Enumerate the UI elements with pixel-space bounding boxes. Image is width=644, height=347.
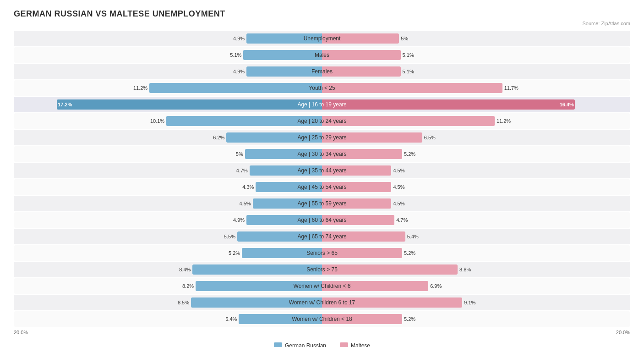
bar-right xyxy=(322,281,428,291)
bar-left xyxy=(226,132,322,143)
value-left: 11.2% xyxy=(133,85,147,91)
value-right: 5.4% xyxy=(407,234,419,239)
value-left: 4.5% xyxy=(240,201,251,206)
row-wrapper: 4.3%4.5%Age | 45 to 54 years xyxy=(14,179,630,195)
bar-left xyxy=(149,83,322,93)
bar-right xyxy=(322,198,391,209)
bar-left xyxy=(250,165,322,176)
row-wrapper: 5.2%5.2%Seniors > 65 xyxy=(14,245,630,261)
chart-title: GERMAN RUSSIAN VS MALTESE UNEMPLOYMENT xyxy=(14,9,630,19)
value-right: 11.7% xyxy=(504,85,518,91)
bar-right xyxy=(322,182,391,192)
value-right: 5.2% xyxy=(404,316,415,322)
bar-right xyxy=(322,66,401,77)
source-label: Source: ZipAtlas.com xyxy=(14,21,630,26)
bar-left xyxy=(196,281,322,291)
bar-right xyxy=(322,116,495,126)
bar-right xyxy=(322,231,405,242)
value-right: 6.5% xyxy=(424,135,436,140)
row-wrapper: 4.7%4.5%Age | 35 to 44 years xyxy=(14,163,630,178)
bar-left xyxy=(57,99,322,110)
value-right: 4.5% xyxy=(393,168,404,173)
value-left: 5.2% xyxy=(229,250,240,256)
bar-right xyxy=(322,165,391,176)
bar-right xyxy=(322,314,402,324)
legend-box-maltese xyxy=(340,342,348,347)
legend: German Russian Maltese xyxy=(14,342,630,347)
legend-label-maltese: Maltese xyxy=(351,342,370,347)
row-wrapper: 10.1%11.2%Age | 20 to 24 years xyxy=(14,113,630,129)
value-left: 8.2% xyxy=(182,283,194,289)
row-wrapper: 8.5%9.1%Women w/ Children 6 to 17 xyxy=(14,295,630,310)
row-wrapper: 17.2%16.4%Age | 16 to 19 years xyxy=(14,97,630,112)
bar-right xyxy=(322,215,394,225)
row-wrapper: 5.5%5.4%Age | 65 to 74 years xyxy=(14,229,630,244)
row-wrapper: 11.2%11.7%Youth < 25 xyxy=(14,80,630,96)
value-left: 17.2% xyxy=(58,102,72,107)
chart-area: 4.9%5%Unemployment5.1%5.1%Males4.9%5.1%F… xyxy=(14,31,630,337)
legend-label-german: German Russian xyxy=(285,342,326,347)
bar-right xyxy=(322,83,502,93)
value-right: 5% xyxy=(401,36,408,41)
bar-left xyxy=(245,149,322,159)
x-axis: 20.0% 20.0% xyxy=(14,328,630,337)
x-axis-right: 20.0% xyxy=(616,330,630,335)
legend-box-german xyxy=(274,342,282,347)
value-right: 16.4% xyxy=(560,102,574,107)
bar-right xyxy=(322,50,401,60)
row-wrapper: 8.2%6.9%Women w/ Children < 6 xyxy=(14,278,630,294)
row-wrapper: 5%5.2%Age | 30 to 34 years xyxy=(14,146,630,162)
value-right: 5.2% xyxy=(404,250,415,256)
value-right: 5.2% xyxy=(404,151,415,157)
row-wrapper: 8.4%8.8%Seniors > 75 xyxy=(14,262,630,277)
value-right: 9.1% xyxy=(464,300,475,305)
value-left: 4.9% xyxy=(233,36,245,41)
bar-left xyxy=(166,116,322,126)
bar-right xyxy=(322,33,399,44)
value-right: 4.5% xyxy=(393,184,404,190)
legend-maltese: Maltese xyxy=(340,342,370,347)
bar-left xyxy=(246,33,322,44)
bar-left xyxy=(243,50,322,60)
bar-left xyxy=(246,215,322,225)
value-right: 5.1% xyxy=(403,69,414,74)
bar-right xyxy=(322,297,462,308)
value-left: 4.9% xyxy=(233,69,245,74)
value-left: 5.4% xyxy=(225,316,237,322)
bar-left xyxy=(192,264,322,275)
value-right: 8.8% xyxy=(459,267,471,272)
value-left: 8.5% xyxy=(178,300,189,305)
row-wrapper: 4.9%5.1%Females xyxy=(14,64,630,79)
row-wrapper: 5.1%5.1%Males xyxy=(14,47,630,63)
bar-right xyxy=(322,264,458,275)
value-left: 4.3% xyxy=(242,184,254,190)
value-right: 11.2% xyxy=(497,118,511,124)
value-left: 4.7% xyxy=(236,168,248,173)
value-right: 5.1% xyxy=(403,52,414,58)
bar-left xyxy=(191,297,322,308)
value-right: 6.9% xyxy=(430,283,442,289)
bar-left xyxy=(253,198,322,209)
bar-right xyxy=(322,99,575,110)
bar-left xyxy=(246,66,322,77)
row-wrapper: 4.9%5%Unemployment xyxy=(14,31,630,46)
value-left: 5% xyxy=(236,151,243,157)
chart-inner: 4.9%5%Unemployment5.1%5.1%Males4.9%5.1%F… xyxy=(14,31,630,327)
x-axis-left: 20.0% xyxy=(14,330,28,335)
row-wrapper: 5.4%5.2%Women w/ Children < 18 xyxy=(14,311,630,327)
value-right: 4.7% xyxy=(396,217,408,223)
value-left: 4.9% xyxy=(233,217,245,223)
value-left: 5.5% xyxy=(224,234,235,239)
value-left: 6.2% xyxy=(213,135,224,140)
bar-left xyxy=(242,248,322,258)
bar-left xyxy=(237,231,322,242)
value-left: 10.1% xyxy=(150,118,164,124)
value-left: 8.4% xyxy=(179,267,191,272)
bar-right xyxy=(322,248,402,258)
bar-right xyxy=(322,149,402,159)
chart-container: GERMAN RUSSIAN VS MALTESE UNEMPLOYMENT S… xyxy=(0,0,644,347)
bar-right xyxy=(322,132,422,143)
bar-left xyxy=(239,314,322,324)
value-right: 4.5% xyxy=(393,201,404,206)
row-wrapper: 4.9%4.7%Age | 60 to 64 years xyxy=(14,212,630,228)
